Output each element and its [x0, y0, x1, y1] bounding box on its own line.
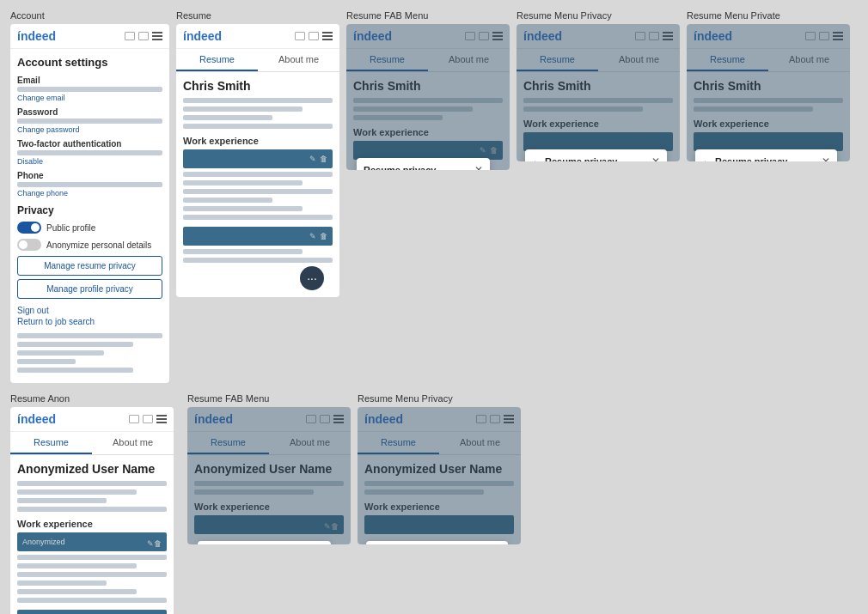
anon-details-label: Anonymize personal details: [46, 240, 151, 250]
anon-privacy-label: Resume Menu Privacy: [358, 393, 521, 404]
anon-privacy-panel: ← Resume privacy ✕ Public profile: [366, 541, 508, 544]
r-icon-1: [295, 32, 305, 40]
back-arrow-btn[interactable]: ←: [532, 156, 541, 161]
privacy-panel-screen: índeed Resume About me Chris Smith Work …: [517, 24, 680, 161]
fab-menu-title: Resume privacy: [364, 165, 436, 170]
account-header: índeed: [10, 24, 169, 49]
anon-header-icons: [129, 415, 167, 423]
privacy-close-btn[interactable]: ✕: [651, 155, 660, 161]
r-icon-2: [309, 32, 319, 40]
password-value: [17, 119, 162, 124]
r-line-10: [183, 215, 333, 220]
change-password-link[interactable]: Change password: [17, 125, 162, 134]
privacy-panel-header: ← Resume privacy ✕: [525, 149, 667, 161]
fab-menu-close-btn[interactable]: ✕: [474, 164, 483, 170]
change-email-link[interactable]: Change email: [17, 94, 162, 102]
priv-close-btn[interactable]: ✕: [822, 155, 830, 161]
anon-fab-label: Resume FAB Menu: [187, 393, 351, 404]
r-line-11: [183, 249, 303, 254]
phone-value: [17, 182, 162, 187]
anon-logo: índeed: [17, 412, 56, 426]
a-line-2: [17, 489, 137, 495]
footer-line-5: [17, 368, 133, 373]
fab-dropdown-menu: Resume privacy ✕ Upload a new resume Ema…: [357, 158, 490, 170]
anon-hamburger[interactable]: [156, 415, 167, 423]
header-icon-1: [125, 32, 135, 40]
fab-button[interactable]: ···: [300, 266, 324, 290]
header-icon-2: [138, 32, 149, 40]
anon-tab-about[interactable]: About me: [92, 432, 174, 454]
anon-header: índeed: [10, 407, 174, 432]
public-profile-row: Public profile: [17, 222, 162, 234]
private-panel: ← Resume privacy ✕ Public profile: [695, 149, 837, 161]
resume-header: índeed: [176, 24, 339, 49]
a-line-8: [17, 581, 107, 586]
tab-about[interactable]: About me: [258, 49, 339, 71]
footer-line-2: [17, 342, 133, 347]
email-value: [17, 87, 162, 92]
anon-del-1[interactable]: 🗑: [154, 539, 162, 548]
anon-details-toggle[interactable]: [17, 239, 41, 251]
resume-label: Resume: [176, 10, 339, 21]
r-line-5: [183, 172, 333, 177]
twofa-label: Two-factor authentication: [17, 139, 162, 149]
footer-line-1: [17, 333, 162, 338]
r-line-12: [183, 258, 333, 263]
edit-icon-2[interactable]: ✎: [309, 232, 316, 240]
delete-icon-1[interactable]: 🗑: [320, 155, 327, 163]
anon-edit-1[interactable]: ✎: [147, 539, 154, 548]
resume-header-icons: [295, 32, 333, 40]
pp-overlay: [517, 24, 680, 161]
tab-resume[interactable]: Resume: [176, 49, 258, 71]
priv-overlay: [687, 24, 850, 161]
phone-label: Phone: [17, 171, 162, 180]
a-line-1: [17, 481, 167, 486]
disable-link[interactable]: Disable: [17, 157, 162, 166]
private-panel-title-text: Resume privacy: [715, 156, 787, 161]
public-profile-toggle[interactable]: [17, 222, 41, 234]
anon-privacy-screen: índeed Resume About me Anonymized User N…: [358, 407, 521, 544]
manage-profile-btn[interactable]: Manage profile privacy: [17, 279, 162, 299]
anon-icon-2: [143, 415, 153, 423]
footer-line-3: [17, 350, 104, 356]
password-label: Password: [17, 107, 162, 117]
resume-screen: índeed Resume About me Chris Smith Work …: [176, 24, 339, 297]
resume-anon-screen: índeed Resume About me Anonymized User N…: [10, 407, 174, 614]
anon-tabs: Resume About me: [10, 432, 174, 455]
r-line-2: [183, 106, 303, 112]
sign-out-link[interactable]: Sign out: [17, 306, 162, 315]
priv-back-btn[interactable]: ←: [702, 156, 712, 161]
modal-overlay: [346, 24, 510, 170]
privacy-panel: ← Resume privacy ✕ Public profile: [525, 149, 667, 161]
change-phone-link[interactable]: Change phone: [17, 189, 162, 198]
r-line-8: [183, 198, 272, 203]
r-line-4: [183, 124, 333, 129]
resume-tabs: Resume About me: [176, 49, 339, 72]
a-line-7: [17, 572, 167, 577]
return-link[interactable]: Return to job search: [17, 317, 162, 326]
resume-hamburger[interactable]: [322, 32, 333, 40]
resume-username: Chris Smith: [183, 79, 333, 93]
r-line-6: [183, 180, 303, 185]
delete-icon-2[interactable]: 🗑: [320, 232, 327, 240]
account-title: Account settings: [17, 56, 162, 69]
resume-entry-2: ✎🗑: [183, 227, 333, 246]
anon-entry-label-1: Anonymized: [22, 538, 147, 546]
indeed-logo: índeed: [17, 29, 56, 43]
fab-menu-label: Resume FAB Menu: [346, 10, 510, 21]
privacy-panel-title: ← Resume privacy: [532, 156, 617, 161]
r-line-9: [183, 206, 303, 211]
manage-resume-btn[interactable]: Manage resume privacy: [17, 256, 162, 276]
a-line-3: [17, 498, 107, 503]
anon-fab-screen: índeed Resume About me Anonymized User N…: [187, 407, 351, 544]
a-line-6: [17, 563, 137, 568]
private-screen-label: Resume Menu Private: [687, 10, 850, 21]
af-menu-header: Resume privacy ✕: [198, 541, 331, 544]
footer-line-4: [17, 359, 76, 364]
hamburger-menu[interactable]: [152, 32, 162, 40]
anon-details-row: Anonymize personal details: [17, 239, 162, 251]
anon-tab-resume[interactable]: Resume: [10, 432, 92, 454]
edit-icon-1[interactable]: ✎: [309, 155, 316, 163]
fab-menu-header: Resume privacy ✕: [357, 158, 490, 170]
anon-username: Anonymized User Name: [17, 462, 167, 476]
